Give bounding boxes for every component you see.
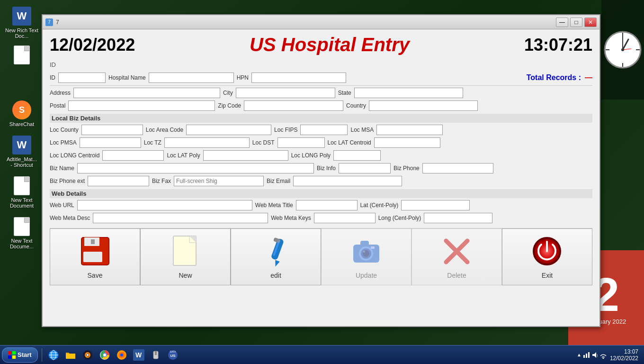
loc-county-input[interactable] [81, 125, 143, 135]
svg-rect-56 [583, 355, 585, 358]
taskbar-clock[interactable]: 13:07 12/02/2022 [610, 348, 638, 362]
taskbar-usb-icon[interactable] [148, 347, 163, 363]
state-input[interactable] [354, 88, 463, 98]
long-cent-poly-input[interactable] [424, 213, 492, 223]
biz-name-input[interactable] [77, 163, 314, 173]
taskbar-word-icon[interactable]: W [131, 347, 146, 363]
taskbar-folder-icon[interactable] [63, 347, 78, 363]
svg-rect-57 [586, 354, 587, 358]
svg-rect-22 [360, 241, 369, 246]
zip-label: Zip Code [218, 102, 241, 109]
svg-marker-18 [273, 260, 280, 267]
loc-long-centroid-input[interactable] [102, 150, 164, 161]
biz-info-input[interactable] [339, 163, 391, 173]
loc-tz-input[interactable] [164, 137, 250, 148]
hospital-name-input[interactable] [149, 73, 234, 83]
floppy-svg [80, 237, 110, 266]
biz-email-input[interactable] [293, 176, 402, 186]
taskbar-media-icon[interactable] [80, 347, 95, 363]
lat-cent-poly-input[interactable] [401, 200, 470, 210]
id-input[interactable] [58, 73, 106, 83]
maximize-button[interactable]: □ [570, 18, 582, 27]
close-button[interactable]: ✕ [584, 18, 597, 27]
svg-point-8 [621, 48, 624, 51]
desktop-icon-new-text-1-label: New Text Document [5, 197, 39, 209]
loc-dst-input[interactable] [277, 137, 325, 148]
desktop-icon-new-text-1[interactable]: New Text Document [5, 174, 39, 210]
update-button[interactable]: Update [321, 228, 411, 285]
adtitle-icon: W [12, 136, 31, 155]
biz-email-label: Biz Email [267, 178, 290, 184]
web-details-header: Web Details [50, 189, 592, 198]
firefox-icon [116, 349, 127, 361]
loc-long-poly-input[interactable] [333, 150, 381, 161]
minimize-button[interactable]: — [556, 18, 568, 27]
web-meta-desc-label: Web Meta Desc [50, 215, 90, 221]
exit-button[interactable]: Exit [502, 228, 592, 285]
loc-pmsa-input[interactable] [80, 137, 141, 148]
desktop-icon-paper1[interactable] [5, 44, 39, 68]
city-input[interactable] [236, 88, 335, 98]
postal-label: Postal [50, 102, 65, 109]
svg-rect-58 [588, 352, 590, 358]
loc-msa-input[interactable] [376, 125, 443, 135]
biz-phone-ext-input[interactable] [88, 176, 149, 186]
loc-lat-poly-input[interactable] [203, 150, 288, 161]
zip-input[interactable] [244, 100, 343, 111]
postal-input[interactable] [68, 100, 215, 111]
media-icon [82, 349, 93, 361]
windows-logo-icon [8, 351, 16, 359]
svg-point-50 [120, 354, 123, 356]
loc-long-centroid-label: Loc LONG Centroid [50, 152, 99, 159]
separator-1 [50, 85, 592, 86]
svg-rect-27 [371, 246, 375, 249]
web-url-input[interactable] [77, 200, 252, 210]
desktop-icon-adtitle[interactable]: W Adtitle_Mat...- Shortcut [5, 134, 39, 170]
web-row2: Web Meta Desc Web Meta Keys Long (Cent-P… [50, 213, 592, 223]
svg-rect-12 [91, 239, 95, 244]
loc-lat-centroid-input[interactable] [374, 137, 440, 148]
total-records: Total Records : — [527, 73, 592, 82]
buttons-row: Save New [50, 228, 592, 285]
address-input[interactable] [73, 88, 220, 98]
taskbar-ie-icon[interactable] [46, 347, 61, 363]
hpn-input[interactable] [251, 73, 346, 83]
desktop-icon-word-rich[interactable]: W New Rich Text Doc... [5, 5, 39, 41]
edit-button[interactable]: edit [231, 228, 321, 285]
word-rich-icon: W [12, 7, 31, 26]
loc-area-code-input[interactable] [186, 125, 271, 135]
svg-point-47 [103, 354, 106, 356]
desktop-icon-sharechat[interactable]: S ShareChat [5, 99, 39, 129]
country-input[interactable] [369, 100, 478, 111]
biz-name-label: Biz Name [50, 165, 74, 172]
web-meta-keys-label: Web Meta Keys [271, 215, 311, 221]
save-button[interactable]: Save [50, 228, 140, 285]
volume-icon: ) [591, 351, 599, 359]
loc-row2: Loc PMSA Loc TZ Loc DST Loc LAT Centroid [50, 137, 592, 148]
desktop-icon-new-text-2[interactable]: New Text Docume... [5, 215, 39, 251]
hpn-label: HPN [237, 74, 249, 81]
loc-fips-input[interactable] [300, 125, 348, 135]
loc-lat-poly-label: Loc LAT Poly [167, 152, 200, 159]
loc-row1: Loc County Loc Area Code Loc FIPS Loc MS… [50, 125, 592, 135]
new-button[interactable]: New [140, 228, 231, 285]
title-bar-left: 7 7 [45, 18, 59, 26]
delete-button[interactable]: Delete [411, 228, 502, 285]
power-svg [532, 236, 563, 267]
web-meta-keys-input[interactable] [314, 213, 376, 223]
app-icon: 7 [45, 18, 53, 26]
tray-expand-icon[interactable]: ▲ [577, 352, 581, 357]
web-meta-desc-input[interactable] [93, 213, 268, 223]
taskbar-usdata-icon[interactable]: US DATA [165, 347, 180, 363]
taskbar-firefox-icon[interactable] [114, 347, 129, 363]
desktop: W New Rich Text Doc... S ShareChat W [0, 0, 644, 364]
clock-area [601, 0, 644, 100]
biz-phone-input[interactable] [422, 163, 493, 173]
taskbar-chrome-icon[interactable] [97, 347, 112, 363]
web-meta-title-input[interactable] [296, 200, 358, 210]
start-label: Start [18, 351, 32, 358]
biz-fax-input[interactable] [174, 176, 264, 186]
start-button[interactable]: Start [2, 347, 38, 363]
local-biz-header: Local Biz Details [50, 114, 592, 123]
analog-clock [604, 31, 642, 69]
